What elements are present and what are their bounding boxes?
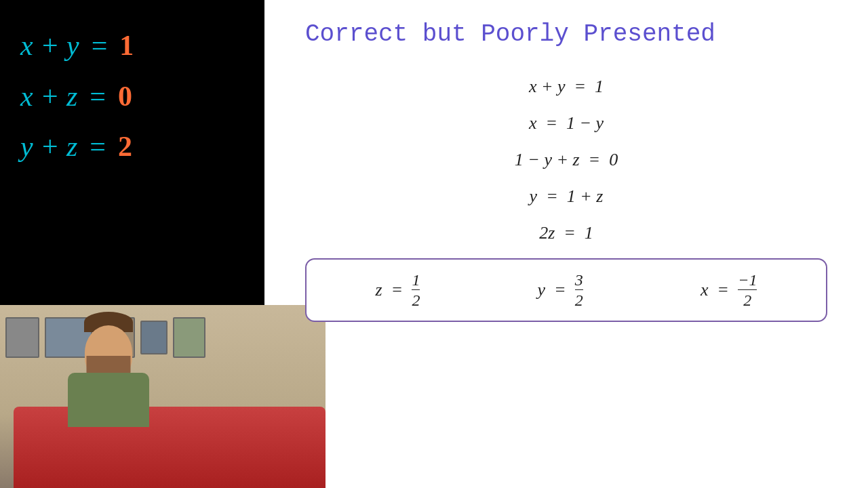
z-var: z xyxy=(376,280,382,300)
eq3-rhs: 2 xyxy=(118,128,132,165)
eq3-lhs: y + z xyxy=(20,128,77,165)
math-content: x + y = 1 x = 1 − y 1 − y + z = 0 y = 1 … xyxy=(305,68,827,468)
z-fraction: 1 2 xyxy=(412,272,420,308)
x-var: x xyxy=(701,280,709,300)
eq2-equals: = xyxy=(90,78,106,115)
y-var: y xyxy=(538,280,546,300)
webcam-feed xyxy=(0,305,326,488)
left-panel: x + y = 1 x + z = 0 y + z = 2 xyxy=(0,0,264,488)
webcam-area xyxy=(0,305,326,488)
step-4-expr: y = 1 + z xyxy=(530,186,604,207)
eq1-rhs: 1 xyxy=(119,27,134,64)
wall-frame-1 xyxy=(5,317,39,358)
eq2-lhs: x + z xyxy=(20,78,77,115)
person xyxy=(41,312,176,447)
slide-title: Correct but Poorly Presented xyxy=(305,20,827,48)
step-2-expr: x = 1 − y xyxy=(529,113,604,134)
z-numerator: 1 xyxy=(412,272,420,290)
left-eq-3: y + z = 2 xyxy=(20,128,244,165)
person-body xyxy=(68,373,149,427)
answer-z: z = 1 2 xyxy=(376,272,420,308)
left-equations: x + y = 1 x + z = 0 y + z = 2 xyxy=(0,0,264,192)
right-panel: Correct but Poorly Presented x + y = 1 x… xyxy=(264,0,868,488)
step-3: 1 − y + z = 0 xyxy=(305,142,827,178)
answer-y: y = 3 2 xyxy=(538,272,583,308)
y-fraction: 3 2 xyxy=(575,272,583,308)
eq1-lhs: x + y xyxy=(20,27,79,64)
x-denominator: 2 xyxy=(743,291,751,308)
answer-x: x = −1 2 xyxy=(701,272,757,308)
step-1: x + y = 1 xyxy=(305,68,827,105)
step-1-expr: x + y = 1 xyxy=(529,77,604,97)
left-eq-2: x + z = 0 xyxy=(20,78,244,115)
step-5-expr: 2z = 1 xyxy=(539,223,593,243)
answer-box: z = 1 2 y = 3 2 xyxy=(305,258,827,322)
wall-frame-5 xyxy=(173,317,205,358)
eq1-equals: = xyxy=(92,27,108,64)
eq3-equals: = xyxy=(90,128,106,165)
x-equals: = xyxy=(714,280,733,300)
y-denominator: 2 xyxy=(575,291,583,308)
left-eq-1: x + y = 1 xyxy=(20,27,244,64)
x-fraction: −1 2 xyxy=(738,272,757,308)
step-4: y = 1 + z xyxy=(305,178,827,215)
z-denominator: 2 xyxy=(412,291,420,308)
step-3-expr: 1 − y + z = 0 xyxy=(515,150,618,170)
step-5: 2z = 1 xyxy=(305,215,827,251)
eq2-rhs: 0 xyxy=(118,78,132,115)
y-numerator: 3 xyxy=(575,272,583,290)
step-2: x = 1 − y xyxy=(305,105,827,142)
x-numerator: −1 xyxy=(738,272,757,290)
z-equals: = xyxy=(388,280,407,300)
y-equals: = xyxy=(551,280,570,300)
answer-box-container: z = 1 2 y = 3 2 xyxy=(305,258,827,322)
